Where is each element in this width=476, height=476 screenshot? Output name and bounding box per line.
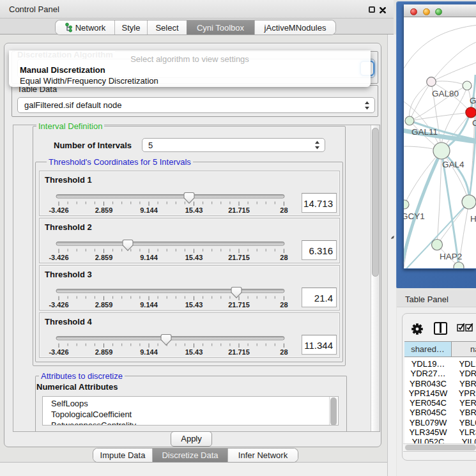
svg-text:C: C	[472, 118, 476, 128]
svg-text:-3.426: -3.426	[49, 254, 68, 261]
svg-text:GA: GA	[470, 96, 476, 105]
svg-text:GAL80: GAL80	[432, 89, 459, 98]
svg-text:21.715: 21.715	[228, 206, 250, 214]
svg-text:-3.426: -3.426	[49, 348, 68, 356]
svg-text:28: 28	[280, 348, 288, 356]
svg-text:15.43: 15.43	[185, 206, 203, 214]
svg-text:15.43: 15.43	[185, 301, 203, 309]
svg-text:9.144: 9.144	[140, 348, 158, 356]
svg-text:15.43: 15.43	[185, 254, 203, 261]
svg-text:-3.426: -3.426	[49, 206, 68, 214]
svg-text:2.859: 2.859	[95, 348, 113, 356]
svg-text:GAL4: GAL4	[442, 160, 464, 169]
svg-text:HAP2: HAP2	[440, 252, 462, 261]
svg-text:9.144: 9.144	[140, 301, 158, 309]
svg-text:28: 28	[280, 206, 288, 214]
svg-text:15.43: 15.43	[185, 348, 203, 356]
svg-text:H: H	[470, 214, 476, 224]
svg-text:21.715: 21.715	[228, 254, 250, 261]
svg-text:21.715: 21.715	[228, 348, 250, 356]
svg-text:21.715: 21.715	[228, 301, 250, 309]
svg-text:-3.426: -3.426	[49, 301, 68, 309]
svg-text:2.859: 2.859	[95, 254, 113, 261]
svg-text:GAL11: GAL11	[411, 127, 438, 137]
svg-text:2.859: 2.859	[95, 206, 113, 214]
svg-text:2.859: 2.859	[95, 301, 113, 309]
svg-text:9.144: 9.144	[140, 254, 158, 261]
svg-text:28: 28	[280, 301, 288, 309]
svg-text:GCY1: GCY1	[404, 211, 425, 221]
svg-text:28: 28	[280, 254, 288, 261]
svg-text:9.144: 9.144	[140, 206, 158, 214]
